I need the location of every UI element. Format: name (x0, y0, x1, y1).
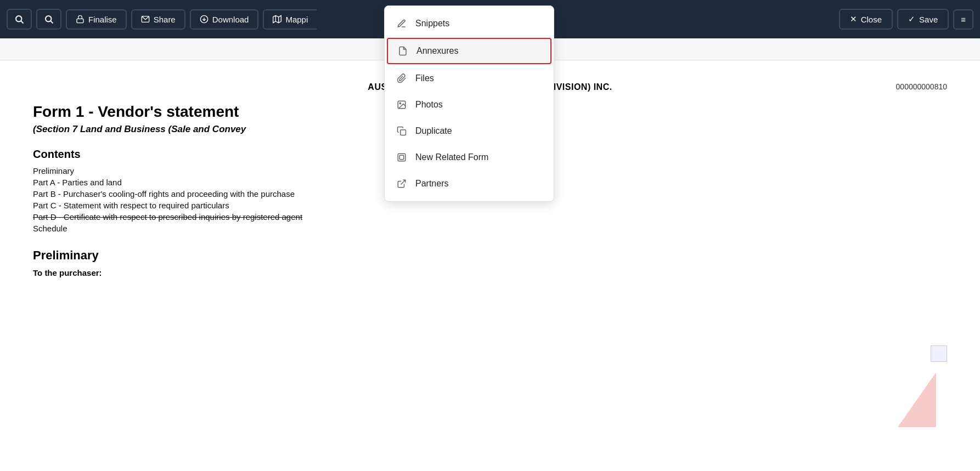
svg-rect-13 (401, 130, 406, 135)
dropdown-item-files[interactable]: Files (385, 65, 554, 92)
download-button[interactable]: Download (190, 9, 259, 30)
checkbox-placeholder[interactable] (931, 345, 947, 362)
search-button-2[interactable] (36, 9, 61, 30)
annexures-icon (397, 45, 409, 57)
dropdown-menu: Snippets Annexures Files Photos Duplicat… (384, 5, 554, 202)
new-related-form-icon (396, 151, 408, 163)
files-icon (396, 72, 408, 84)
dropdown-item-new-related-form[interactable]: New Related Form (385, 144, 554, 171)
dropdown-item-photos[interactable]: Photos (385, 92, 554, 118)
to-purchaser: To the purchaser: (33, 268, 947, 277)
watermark (870, 372, 936, 427)
svg-line-3 (50, 21, 53, 23)
toolbar-right: ✕ Close ✓ Save ≡ (839, 9, 973, 30)
dropdown-item-snippets[interactable]: Snippets (385, 10, 554, 37)
close-button[interactable]: ✕ Close (839, 9, 893, 30)
search-button-1[interactable] (7, 9, 32, 30)
annexures-label: Annexures (416, 46, 459, 56)
snippets-label: Snippets (415, 19, 449, 29)
dropdown-item-annexures[interactable]: Annexures (387, 38, 551, 64)
svg-rect-14 (398, 154, 405, 161)
check-icon: ✓ (908, 14, 915, 24)
x-icon: ✕ (850, 14, 857, 24)
new-related-form-label: New Related Form (415, 152, 488, 162)
list-item: Part D - Certificate with respect to pre… (33, 212, 947, 222)
dropdown-item-duplicate[interactable]: Duplicate (385, 118, 554, 144)
svg-line-1 (21, 21, 23, 23)
files-label: Files (415, 73, 434, 83)
duplicate-label: Duplicate (415, 126, 452, 136)
photos-label: Photos (415, 100, 443, 110)
menu-button[interactable]: ≡ (953, 9, 973, 30)
svg-rect-15 (399, 155, 404, 160)
svg-point-2 (46, 16, 52, 22)
duplicate-icon (396, 125, 408, 137)
svg-point-12 (399, 103, 401, 104)
photos-icon (396, 99, 408, 111)
list-item: Schedule (33, 224, 947, 233)
partners-label: Partners (415, 179, 448, 189)
svg-rect-4 (77, 19, 83, 22)
mapping-button[interactable]: Mappi (263, 9, 317, 30)
preliminary-heading: Preliminary (33, 248, 947, 263)
dropdown-item-partners[interactable]: Partners (385, 171, 554, 197)
svg-point-0 (16, 16, 22, 22)
snippets-icon (396, 18, 408, 30)
list-item: Part C - Statement with respect to requi… (33, 201, 947, 210)
svg-line-16 (401, 180, 405, 184)
partners-icon (396, 178, 408, 190)
doc-id: 000000000810 (896, 82, 947, 91)
share-button[interactable]: Share (131, 9, 185, 30)
hamburger-icon: ≡ (961, 15, 966, 24)
save-button[interactable]: ✓ Save (897, 9, 949, 30)
finalise-button[interactable]: Finalise (66, 9, 127, 30)
svg-marker-8 (273, 15, 281, 22)
